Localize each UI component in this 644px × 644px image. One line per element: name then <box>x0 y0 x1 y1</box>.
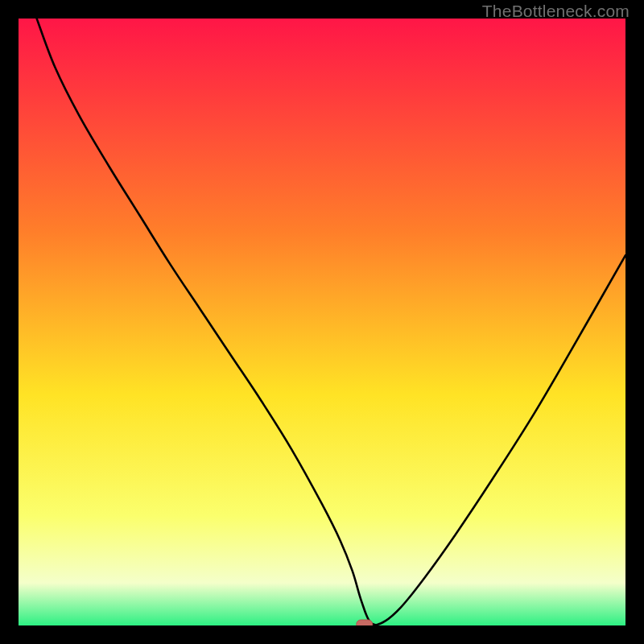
chart-frame: TheBottleneck.com <box>0 0 644 644</box>
watermark-text: TheBottleneck.com <box>482 2 630 21</box>
plot-area <box>19 19 625 625</box>
gradient-background <box>19 19 625 625</box>
optimal-marker <box>357 620 373 625</box>
chart-svg <box>19 19 625 625</box>
